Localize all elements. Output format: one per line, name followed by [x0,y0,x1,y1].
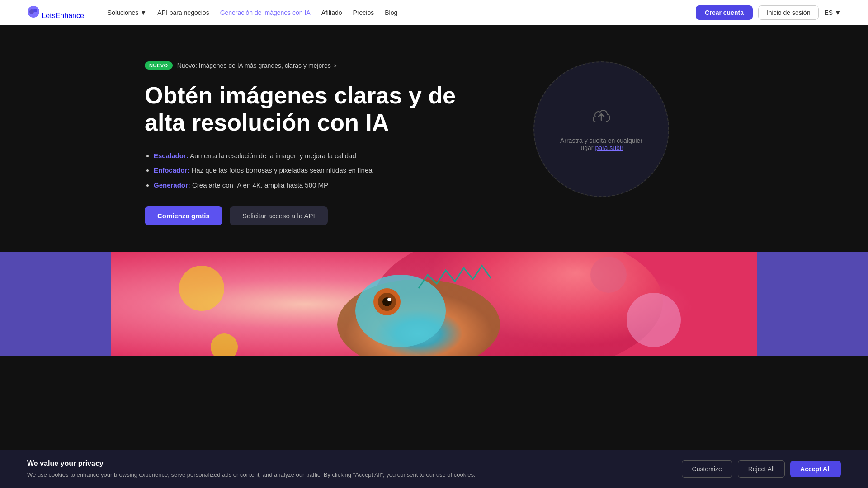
nav-generacion[interactable]: Generación de imágenes con IA [220,9,311,16]
svg-point-2 [33,9,37,12]
upload-drop-zone[interactable]: Arrastra y suelta en cualquier lugar par… [533,61,669,197]
svg-point-10 [387,298,391,301]
bullet-label-escalador: Escalador: [154,152,189,160]
bullet-text-generador: Crea arte con IA en 4K, amplia hasta 500… [192,181,328,189]
hero-bullets: Escalador: Aumenta la resolución de la i… [145,151,488,191]
new-badge: NUEVO [145,61,173,70]
hero-content: NUEVO Nuevo: Imágenes de IA más grandes,… [145,61,488,225]
nav-links: Soluciones ▼ API para negocios Generació… [108,9,397,16]
chevron-down-icon: ▼ [140,9,146,16]
accept-all-button[interactable]: Accept All [790,461,841,477]
bullet-enfocador: Enfocador: Haz que las fotos borrosas y … [154,165,488,176]
solicitar-api-button[interactable]: Solicitar acceso a la API [230,206,328,225]
showcase-image [111,252,757,356]
comienza-gratis-button[interactable]: Comienza gratis [145,206,222,225]
nav-api[interactable]: API para negocios [157,9,209,16]
bullet-text-escalador: Aumenta la resolución de la imagen y mej… [190,152,356,160]
nav-precios[interactable]: Precios [353,9,374,16]
upload-text: Arrastra y suelta en cualquier lugar par… [552,137,650,151]
navbar: LetsEnhance Soluciones ▼ API para negoci… [0,0,868,25]
cookie-title: We value your privacy [27,460,673,468]
svg-point-12 [627,293,681,347]
nav-blog[interactable]: Blog [385,9,397,16]
logo-link[interactable]: LetsEnhance [27,5,84,20]
customize-button[interactable]: Customize [682,460,732,478]
reject-all-button[interactable]: Reject All [738,460,785,478]
inicio-sesion-button[interactable]: Inicio de sesión [758,5,819,20]
lang-chevron-icon: ▼ [835,9,841,16]
cookie-banner: We value your privacy We use cookies to … [0,450,868,488]
hero-upload: Arrastra y suelta en cualquier lugar par… [524,61,678,197]
badge-chevron-icon: > [334,62,337,69]
hero-buttons: Comienza gratis Solicitar acceso a la AP… [145,206,488,225]
svg-point-13 [590,257,627,293]
language-selector[interactable]: ES ▼ [824,9,841,16]
bullet-generador: Generador: Crea arte con IA en 4K, ampli… [154,180,488,191]
bullet-label-enfocador: Enfocador: [154,166,189,174]
bullet-text-enfocador: Haz que las fotos borrosas y pixeladas s… [191,166,372,174]
purple-strip-right [757,252,868,356]
cookie-text: We value your privacy We use cookies to … [27,460,673,479]
cookie-buttons: Customize Reject All Accept All [682,460,841,478]
bullet-label-generador: Generador: [154,181,190,189]
badge-row: NUEVO Nuevo: Imágenes de IA más grandes,… [145,61,488,70]
purple-strip-left [0,252,111,356]
svg-point-11 [179,266,224,311]
svg-point-6 [355,275,446,347]
nav-afiliado[interactable]: Afiliado [321,9,342,16]
svg-point-1 [29,9,34,14]
nav-right: Crear cuenta Inicio de sesión ES ▼ [696,5,841,20]
upload-cloud-icon [590,108,612,130]
hero-section: NUEVO Nuevo: Imágenes de IA más grandes,… [0,25,868,252]
bullet-escalador: Escalador: Aumenta la resolución de la i… [154,151,488,161]
logo-text: LetsEnhance [42,12,84,19]
nav-soluciones[interactable]: Soluciones ▼ [108,9,146,16]
cookie-description: We use cookies to enhance your browsing … [27,470,524,479]
crear-cuenta-button[interactable]: Crear cuenta [696,5,753,20]
showcase-section [0,252,868,356]
hero-title: Obtén imágenes claras y de alta resoluci… [145,82,488,136]
badge-text: Nuevo: Imágenes de IA más grandes, clara… [177,62,337,69]
upload-link[interactable]: para subir [595,144,623,151]
